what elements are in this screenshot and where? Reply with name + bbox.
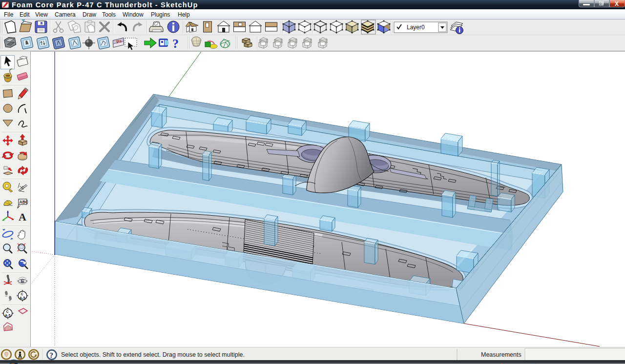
svg-text:Layer0: Layer0 [407, 24, 425, 31]
svg-text:?: ? [50, 351, 54, 359]
svg-text:Select objects. Shift to exten: Select objects. Shift to extend select. … [61, 351, 245, 358]
svg-text:Measurements: Measurements [481, 351, 521, 358]
svg-text:C: C [21, 292, 23, 296]
svg-text:A-5: A-5 [20, 296, 25, 300]
svg-text:A: A [19, 211, 26, 223]
svg-text:C: C [6, 310, 9, 313]
svg-text:?: ? [172, 37, 179, 51]
svg-text:A-5: A-5 [5, 314, 10, 317]
svg-text:ABC: ABC [20, 200, 28, 204]
